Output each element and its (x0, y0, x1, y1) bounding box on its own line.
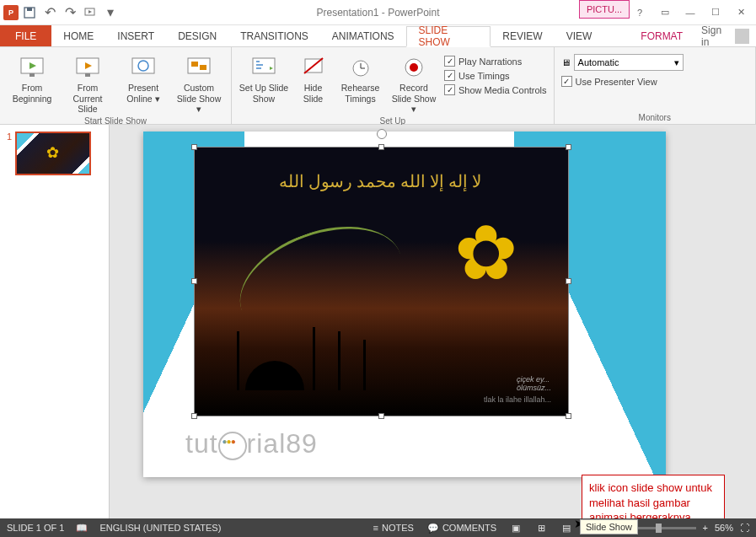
watermark-logo-icon (218, 432, 247, 460)
svg-rect-1 (27, 8, 32, 11)
powerpoint-app-icon: P (3, 5, 19, 20)
title-bar: P ↶ ↷ ▾ Presentation1 - PowerPoint PICTU… (0, 0, 756, 25)
selected-picture[interactable]: لا إله إلا الله محمد رسول الله ✿ çiçek e… (194, 147, 569, 416)
monitor-selector-row: 🖥 Automatic▾ (561, 54, 684, 71)
tab-review[interactable]: REVIEW (491, 25, 554, 46)
from-beginning-button[interactable]: From Beginning (7, 51, 57, 115)
avatar-icon (735, 29, 749, 44)
comments-icon: 💬 (427, 523, 439, 534)
tab-transitions[interactable]: TRANSITIONS (228, 25, 320, 46)
tab-home[interactable]: HOME (51, 25, 105, 46)
rotation-handle[interactable] (377, 129, 387, 139)
rehearse-timings-button[interactable]: Rehearse Timings (337, 51, 383, 115)
save-icon[interactable] (20, 3, 39, 22)
status-bar: SLIDE 1 OF 1 📖 ENGLISH (UNITED STATES) ≡… (0, 518, 756, 537)
show-media-controls-checkbox[interactable]: ✓Show Media Controls (444, 84, 547, 95)
use-timings-checkbox[interactable]: ✓Use Timings (444, 70, 547, 81)
hide-slide-button[interactable]: Hide Slide (294, 51, 332, 115)
reading-view-icon[interactable]: ▤ (557, 520, 576, 535)
resize-handle-tr[interactable] (566, 144, 571, 150)
qat-dropdown-icon[interactable]: ▾ (101, 3, 120, 22)
setup-checkboxes: ✓Play Narrations ✓Use Timings ✓Show Medi… (444, 51, 547, 115)
tab-design[interactable]: DESIGN (166, 25, 228, 46)
present-online-button[interactable]: Present Online ▾ (118, 51, 169, 115)
group-label-start: Start Slide Show (7, 115, 224, 126)
notes-button[interactable]: ≡NOTES (370, 523, 417, 533)
normal-view-icon[interactable]: ▣ (507, 520, 525, 535)
window-title: Presentation1 - PowerPoint (316, 7, 439, 19)
maximize-icon[interactable]: ☐ (704, 3, 727, 22)
picture-text-1: çiçek ey...ölümsüz... (517, 375, 551, 392)
quick-access-toolbar: P ↶ ↷ ▾ (0, 3, 123, 22)
chevron-down-icon: ▾ (674, 57, 679, 68)
svg-rect-12 (253, 58, 275, 73)
annotation-callout: klik icon slide show untuk melihat hasil… (582, 475, 725, 518)
picture-tools-context-tab[interactable]: PICTU... (579, 0, 630, 19)
comments-button[interactable]: 💬COMMENTS (424, 523, 500, 534)
resize-handle-tm[interactable] (378, 144, 384, 150)
rehearse-icon (347, 54, 374, 81)
watermark: tutrial89 (185, 428, 318, 460)
custom-slide-show-button[interactable]: Custom Slide Show ▾ (174, 51, 224, 115)
language-indicator[interactable]: ENGLISH (UNITED STATES) (99, 523, 221, 533)
custom-show-icon (185, 54, 212, 81)
resize-handle-bl[interactable] (191, 413, 197, 419)
tab-insert[interactable]: INSERT (105, 25, 166, 46)
record-slide-show-button[interactable]: Record Slide Show ▾ (389, 51, 439, 115)
tab-view[interactable]: VIEW (555, 25, 604, 46)
tab-slideshow[interactable]: SLIDE SHOW (406, 26, 491, 47)
minimize-icon[interactable]: — (678, 3, 702, 22)
from-beginning-icon (19, 54, 46, 81)
slide: لا إله إلا الله محمد رسول الله ✿ çiçek e… (143, 132, 666, 477)
svg-rect-9 (188, 58, 210, 73)
undo-icon[interactable]: ↶ (40, 3, 59, 22)
ribbon-tabs: FILE HOME INSERT DESIGN TRANSITIONS ANIM… (0, 25, 756, 47)
tab-animations[interactable]: ANIMATIONS (320, 25, 406, 46)
resize-handle-ml[interactable] (191, 278, 197, 284)
from-current-slide-button[interactable]: From Current Slide (62, 51, 113, 115)
resize-handle-br[interactable] (566, 413, 571, 419)
mosque-silhouette (212, 323, 422, 390)
resize-handle-bm[interactable] (378, 413, 384, 419)
play-narrations-checkbox[interactable]: ✓Play Narrations (444, 56, 547, 67)
sign-in[interactable]: Sign in (694, 25, 756, 46)
monitor-select[interactable]: Automatic▾ (574, 54, 684, 71)
arabic-calligraphy: لا إله إلا الله محمد رسول الله (279, 171, 481, 191)
svg-rect-10 (191, 62, 198, 67)
slide-thumbnail-1[interactable]: 1 (7, 132, 102, 175)
tab-file[interactable]: FILE (0, 25, 51, 46)
zoom-level[interactable]: 56% (715, 523, 733, 533)
window-controls: ? ▭ — ☐ ✕ (628, 3, 756, 22)
group-set-up: Set Up Slide Show Hide Slide Rehearse Ti… (232, 47, 555, 124)
svg-point-19 (410, 63, 418, 72)
resize-handle-mr[interactable] (566, 278, 571, 284)
spell-check-icon[interactable]: 📖 (76, 523, 88, 534)
slide-counter[interactable]: SLIDE 1 OF 1 (7, 523, 64, 533)
zoom-in-icon[interactable]: + (703, 523, 708, 533)
sign-in-label: Sign in (701, 24, 730, 48)
start-from-beginning-icon[interactable] (81, 3, 99, 22)
ribbon-options-icon[interactable]: ▭ (653, 3, 677, 22)
resize-handle-tl[interactable] (191, 144, 197, 150)
use-presenter-view-checkbox[interactable]: ✓Use Presenter View (561, 76, 684, 87)
group-label-monitors: Monitors (561, 111, 748, 122)
set-up-slide-show-button[interactable]: Set Up Slide Show (239, 51, 289, 115)
slide-show-tooltip: Slide Show (580, 519, 638, 534)
hide-slide-icon (300, 54, 327, 81)
slide-canvas-area[interactable]: لا إله إلا الله محمد رسول الله ✿ çiçek e… (110, 125, 756, 518)
group-label-setup: Set Up (239, 115, 547, 126)
from-current-icon (74, 54, 101, 81)
redo-icon[interactable]: ↷ (61, 3, 79, 22)
tab-format[interactable]: FORMAT (629, 25, 694, 46)
flower-icon: ✿ (454, 215, 517, 291)
zoom-thumb[interactable] (656, 524, 662, 533)
svg-rect-4 (29, 73, 35, 77)
picture-text-2: tlak la ilahe illallah... (484, 395, 551, 404)
fit-to-window-icon[interactable]: ⛶ (740, 523, 749, 533)
svg-rect-6 (85, 73, 90, 77)
help-icon[interactable]: ? (628, 3, 651, 22)
slide-sorter-view-icon[interactable]: ⊞ (532, 520, 550, 535)
picture-content: لا إله إلا الله محمد رسول الله ✿ çiçek e… (195, 148, 568, 416)
group-start-slide-show: From Beginning From Current Slide Presen… (0, 47, 232, 124)
close-icon[interactable]: ✕ (729, 3, 753, 22)
